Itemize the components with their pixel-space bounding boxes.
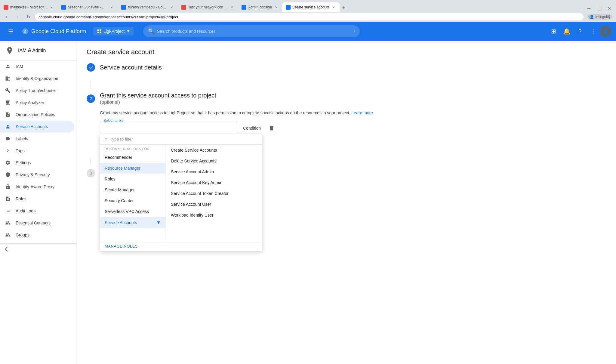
sidebar-item-privacy-security[interactable]: Privacy & Security: [0, 169, 74, 181]
sidebar-item-essential-contacts[interactable]: Essential Contacts: [0, 217, 74, 229]
tab-favicon: [286, 5, 291, 10]
dropdown-item-recommender[interactable]: Recommender: [100, 152, 166, 163]
right-item-create-service-accounts[interactable]: Create Service Accounts: [166, 145, 262, 156]
sidebar-item-audit-logs[interactable]: Audit Logs: [0, 205, 74, 217]
delete-role-button[interactable]: [266, 122, 278, 134]
sidebar-item-groups[interactable]: Groups: [0, 229, 74, 241]
tab-close[interactable]: ✕: [274, 5, 279, 10]
filter-input[interactable]: [110, 137, 257, 142]
step-2-title-area: Grant this service account access to pro…: [100, 92, 216, 105]
tab-close[interactable]: ✕: [331, 5, 336, 10]
dropdown-item-service-accounts[interactable]: Service Accounts ▼: [100, 217, 166, 228]
sidebar-item-identity-aware-proxy[interactable]: Identity-Aware Proxy: [0, 181, 74, 193]
tab-suresh[interactable]: suresh vempadu - Goo... ✕: [118, 2, 178, 12]
app-wrapper: ☰ G Google Cloud Platform Ligl-Project ▼…: [0, 22, 616, 364]
tab-network[interactable]: Test your network conn... ✕: [178, 2, 238, 12]
right-item-delete-service-accounts[interactable]: Delete Service Accounts: [166, 156, 262, 166]
tab-title: mailboxes - Microsoft...: [10, 5, 47, 9]
step-2-subtitle: (optional): [100, 100, 216, 105]
brand-logo-link[interactable]: G Google Cloud Platform: [22, 28, 86, 35]
sidebar-item-tags[interactable]: Tags: [0, 145, 74, 157]
project-dropdown-icon: ▼: [126, 29, 130, 33]
new-tab-button[interactable]: +: [340, 4, 348, 12]
step-3-circle: 3: [87, 169, 95, 177]
project-selector[interactable]: Ligl-Project ▼: [93, 27, 134, 35]
sidebar-item-roles[interactable]: Roles: [0, 193, 74, 205]
minimize-button[interactable]: ─: [585, 5, 593, 12]
top-nav: ☰ G Google Cloud Platform Ligl-Project ▼…: [0, 22, 616, 41]
step-2-circle: 2: [87, 94, 95, 103]
policy-troubleshooter-icon: [5, 88, 11, 94]
step-2-title: Grant this service account access to pro…: [100, 92, 216, 99]
tab-admin-console[interactable]: Admin console ✕: [238, 2, 282, 12]
audit-logs-label: Audit Logs: [16, 208, 69, 213]
dropdown-panel: ≡ RECOMMENDATIONS FOR Recommender: [100, 134, 262, 251]
service-accounts-icon: [5, 124, 11, 130]
address-input[interactable]: [35, 13, 584, 20]
manage-roles-button[interactable]: MANAGE ROLES: [105, 244, 138, 248]
sidebar-item-policy-analyzer[interactable]: Policy Analyzer: [0, 97, 74, 109]
right-item-service-account-admin[interactable]: Service Account Admin: [166, 166, 262, 177]
tags-icon: [5, 148, 11, 154]
step-2-header: 2 Grant this service account access to p…: [87, 92, 606, 105]
dropdown-item-security-center[interactable]: Security Center: [100, 195, 166, 206]
identity-org-icon: [5, 76, 11, 82]
settings-icon[interactable]: ⋮: [587, 25, 599, 37]
search-wrapper[interactable]: 🔍 /: [143, 25, 360, 37]
identity-org-label: Identity & Organization: [16, 76, 69, 81]
tab-bar: mailboxes - Microsoft... ✕ Sreedhar Guda…: [0, 0, 616, 12]
right-item-service-account-key-admin[interactable]: Service Account Key Admin: [166, 177, 262, 188]
sidebar-item-identity-org[interactable]: Identity & Organization: [0, 72, 74, 85]
right-item-service-account-token-creator[interactable]: Service Account Token Creator: [166, 188, 262, 199]
user-avatar[interactable]: 👤: [600, 26, 611, 37]
notifications-icon[interactable]: 🔔: [561, 25, 573, 37]
dropdown-item-secret-manager[interactable]: Secret Manager: [100, 184, 166, 195]
hamburger-menu-button[interactable]: ☰: [5, 25, 17, 37]
apps-icon[interactable]: ⊞: [547, 25, 559, 37]
sidebar-item-org-policies[interactable]: Organization Policies: [0, 109, 74, 121]
step-1-title-area: Service account details: [100, 64, 162, 71]
tab-mailboxes[interactable]: mailboxes - Microsoft... ✕: [0, 2, 57, 12]
tab-favicon: [121, 5, 126, 10]
sidebar-item-labels[interactable]: Labels: [0, 133, 74, 145]
right-item-service-account-user[interactable]: Service Account User: [166, 199, 262, 210]
tab-create-service-account[interactable]: Create service account ✕: [282, 2, 340, 12]
page-title: Create service account: [87, 48, 606, 56]
help-icon[interactable]: ?: [574, 25, 586, 37]
role-row: Select a role ≡: [100, 121, 606, 134]
role-select-field[interactable]: Select a role: [100, 121, 238, 133]
tab-close[interactable]: ✕: [109, 5, 114, 10]
sidebar-item-service-accounts[interactable]: Service Accounts: [0, 121, 74, 133]
privacy-security-label: Privacy & Security: [16, 172, 69, 177]
dropdown-item-serverless-vpc[interactable]: Serverless VPC Access: [100, 206, 166, 217]
forward-button[interactable]: ›: [13, 13, 22, 21]
search-input[interactable]: [157, 29, 352, 34]
tab-close[interactable]: ✕: [49, 5, 54, 10]
back-button[interactable]: ‹: [2, 13, 11, 21]
more-options-button[interactable]: ⋮: [605, 13, 614, 21]
iam-icon: [5, 63, 11, 69]
iam-label: IAM: [16, 64, 69, 69]
sidebar-item-settings[interactable]: Settings: [0, 157, 74, 169]
step-connector-2: [91, 158, 91, 164]
reload-button[interactable]: ↻: [24, 13, 32, 21]
dropdown-item-roles[interactable]: Roles: [100, 174, 166, 184]
close-button[interactable]: ✕: [605, 5, 614, 12]
tab-title: Test your network conn...: [188, 5, 228, 9]
tab-sreedhar[interactable]: Sreedhar Gudavalli - O... ✕: [57, 2, 118, 12]
sidebar-collapse-button[interactable]: [5, 246, 11, 253]
groups-label: Groups: [16, 233, 69, 237]
right-item-workload-identity-user[interactable]: Workload Identity User: [166, 210, 262, 221]
tab-close[interactable]: ✕: [229, 5, 234, 10]
profile-icon[interactable]: 👤 Incognito: [596, 13, 604, 21]
dropdown-left-panel: RECOMMENDATIONS FOR Recommender Resource…: [100, 145, 166, 241]
tab-close[interactable]: ✕: [169, 5, 174, 10]
sidebar-item-policy-troubleshooter[interactable]: Policy Troubleshooter: [0, 85, 74, 97]
learn-more-link[interactable]: Learn more: [352, 110, 373, 115]
essential-contacts-icon: [5, 220, 11, 226]
dropdown-item-resource-manager[interactable]: Resource Manager: [100, 163, 166, 174]
project-name: Ligl-Project: [103, 29, 125, 34]
sidebar-item-iam[interactable]: IAM: [0, 60, 74, 72]
restore-button[interactable]: ⬜: [594, 5, 604, 12]
step-2-body: Grant this service account access to Lig…: [87, 110, 606, 149]
